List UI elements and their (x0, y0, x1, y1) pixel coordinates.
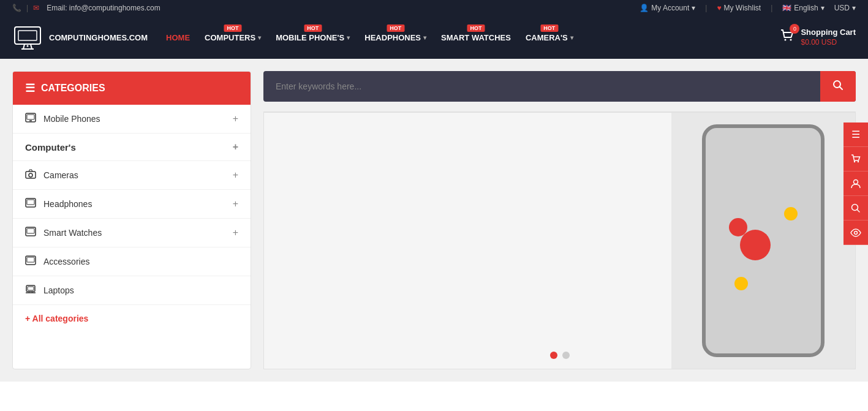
svg-point-5 (27, 45, 29, 47)
cameras-cat-icon (25, 169, 36, 181)
sidebar-search-icon[interactable] (843, 196, 868, 221)
search-and-banner (251, 59, 868, 382)
svg-rect-20 (28, 287, 34, 290)
category-headphones[interactable]: Headphones + (13, 190, 251, 219)
nav-computers[interactable]: HOT COMPUTERS ▾ (205, 33, 261, 42)
currency-selector[interactable]: USD ▾ (834, 4, 856, 12)
search-button[interactable] (820, 71, 856, 102)
search-input[interactable] (263, 73, 820, 100)
account-icon: 👤 (640, 4, 649, 12)
banner-image (671, 113, 855, 369)
logo-text: COMPUTINGHOMES.COM (49, 33, 148, 42)
mobile-phones-label: Mobile Phones (43, 114, 100, 124)
smart-watches-label: Smart Watches (43, 228, 102, 238)
svg-point-6 (785, 39, 787, 40)
nav-home[interactable]: HOME (166, 33, 190, 42)
search-bar (263, 71, 856, 102)
dot-red (740, 230, 771, 260)
cameras-plus: + (233, 170, 238, 181)
svg-point-28 (855, 231, 858, 234)
headphones-cat-label: Headphones (43, 199, 92, 209)
nav-mobile-phones[interactable]: HOT MOBILE PHONE'S ▾ (276, 33, 350, 42)
right-sidebar: ☰ (843, 123, 868, 245)
cart-area[interactable]: 0 Shopping Cart $0.00 USD (779, 28, 856, 47)
sidebar-user-icon[interactable] (843, 172, 868, 196)
wishlist-link[interactable]: ♥ My Wishlist (717, 4, 761, 12)
cameras-cat-label: Cameras (43, 170, 78, 180)
language-label: English (794, 4, 818, 12)
dot-2[interactable] (562, 352, 570, 359)
cameras-hot-badge: HOT (540, 25, 558, 32)
nav-smart-watches[interactable]: HOT SMART WATCHES (441, 33, 511, 42)
nav-headphones[interactable]: HOT HEADPHONES ▾ (364, 33, 426, 42)
svg-point-7 (790, 39, 792, 40)
svg-rect-9 (27, 115, 34, 119)
svg-point-12 (29, 173, 32, 177)
phone-shape (702, 124, 825, 357)
svg-rect-14 (27, 200, 34, 205)
laptops-label: Laptops (43, 285, 74, 295)
dot-yellow1 (784, 207, 798, 221)
top-bar-left: 📞 | ✉ Email: info@computinghomes.com (12, 4, 160, 12)
main-nav: HOME HOT COMPUTERS ▾ HOT MOBILE PHONE'S … (166, 33, 760, 42)
header: COMPUTINGHOMES.COM HOME HOT COMPUTERS ▾ … (0, 16, 868, 59)
headphones-caret: ▾ (423, 34, 426, 41)
category-accessories[interactable]: Accessories (13, 247, 251, 276)
currency-label: USD (834, 4, 850, 12)
accessories-label: Accessories (43, 257, 89, 266)
cart-price: $0.00 USD (801, 38, 856, 48)
svg-line-2 (23, 44, 25, 49)
svg-rect-1 (18, 31, 37, 40)
smart-watches-icon (25, 227, 36, 239)
wishlist-icon: ♥ (717, 4, 721, 12)
menu-icon: ☰ (25, 81, 35, 95)
cart-badge: 0 (790, 24, 799, 34)
headphones-plus: + (233, 198, 238, 209)
dots-navigation (550, 352, 570, 359)
category-mobile-phones[interactable]: Mobile Phones + (13, 105, 251, 134)
accessories-icon (25, 255, 36, 268)
nav-cameras[interactable]: HOT CAMERA'S ▾ (526, 33, 573, 42)
top-bar-right: 👤 My Account ▾ | ♥ My Wishlist | 🇬🇧 Engl… (640, 4, 856, 12)
smart-watches-plus: + (233, 227, 238, 238)
computers-label: Computer's (25, 142, 76, 153)
svg-rect-18 (27, 257, 34, 262)
flag-icon: 🇬🇧 (782, 4, 791, 12)
divider2: | (705, 4, 707, 12)
headphones-cat-icon (25, 198, 36, 210)
svg-point-23 (854, 160, 855, 162)
language-selector[interactable]: 🇬🇧 English ▾ (782, 4, 824, 12)
phone-icon: 📞 (12, 4, 21, 12)
dot-1[interactable] (550, 352, 557, 359)
main-layout: ☰ CATEGORIES Mobile Phones + Computer's (0, 59, 868, 382)
mobile-phones-plus: + (233, 113, 238, 124)
svg-point-25 (854, 179, 858, 184)
all-categories-link[interactable]: + All categories (13, 305, 251, 332)
category-computers[interactable]: Computer's + (13, 134, 251, 161)
account-label: My Account (651, 4, 689, 12)
svg-line-22 (840, 87, 843, 90)
logo[interactable]: COMPUTINGHOMES.COM (12, 22, 148, 53)
account-link[interactable]: 👤 My Account ▾ (640, 4, 695, 12)
account-caret: ▾ (692, 4, 695, 12)
divider: | (26, 4, 28, 12)
cart-label: Shopping Cart (801, 28, 856, 38)
categories-title: CATEGORIES (41, 83, 105, 94)
svg-line-27 (857, 209, 859, 212)
sidebar-eye-icon[interactable] (843, 221, 868, 245)
top-bar: 📞 | ✉ Email: info@computinghomes.com 👤 M… (0, 0, 868, 16)
smartwatches-hot-badge: HOT (467, 25, 485, 32)
category-smart-watches[interactable]: Smart Watches + (13, 219, 251, 247)
wishlist-label: My Wishlist (724, 4, 761, 12)
sidebar-menu-icon[interactable]: ☰ (843, 123, 868, 147)
mobile-hot-badge: HOT (304, 25, 322, 32)
banner-area (263, 112, 856, 369)
category-cameras[interactable]: Cameras + (13, 161, 251, 190)
headphones-hot-badge: HOT (387, 25, 404, 32)
computers-caret: ▾ (258, 34, 261, 41)
laptops-icon (25, 284, 36, 296)
sidebar-cart-icon[interactable] (843, 147, 868, 172)
email-text: Email: info@computinghomes.com (47, 4, 160, 12)
currency-caret: ▾ (852, 4, 856, 12)
category-laptops[interactable]: Laptops (13, 276, 251, 305)
